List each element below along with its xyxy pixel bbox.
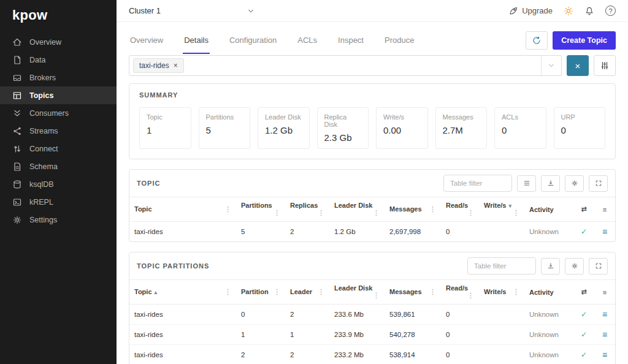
partition-row[interactable]: taxi-rides 2 2 233.2 Mb 538,914 0 Unknow… [129,345,615,364]
col-replicas[interactable]: Replicas⋮ [285,197,329,222]
sidebar-item-overview[interactable]: Overview [0,33,117,51]
rocket-icon [508,6,518,16]
col-activity[interactable]: Activity [524,197,573,222]
tab-configuration[interactable]: Configuration [228,27,278,54]
column-menu-icon[interactable]: ⋮ [224,205,231,213]
filter-dropdown-chevron-icon[interactable] [541,56,561,75]
partitions-table-filter-input[interactable] [467,257,536,275]
sidebar-item-ksqldb[interactable]: ksqlDB [0,175,117,193]
column-menu-icon[interactable]: ⋮ [429,288,436,296]
database-icon [12,180,22,189]
file-icon [12,55,22,65]
sidebar-item-schema[interactable]: Schema [0,157,117,175]
column-list-button[interactable] [517,175,536,192]
column-menu-icon[interactable]: ⋮ [467,209,474,217]
cluster-selector[interactable]: Cluster 1 [129,6,255,15]
tab-inspect[interactable]: Inspect [337,27,365,54]
healthy-check-icon: ✓ [581,351,587,359]
column-menu-icon[interactable]: ⋮ [274,209,280,217]
topic-table-row[interactable]: taxi-rides 5 2 1.2 Gb 2,697,998 0 Unknow… [129,222,615,242]
sidebar-item-krepl[interactable]: kREPL [0,193,117,211]
sidebar-nav: Overview Data Brokers Topics Consumers S… [0,33,117,229]
col-swap[interactable]: ⇄ [573,280,594,305]
sort-caret-down-icon[interactable]: ▾ [508,203,511,209]
partition-row[interactable]: taxi-rides 1 1 233.9 Mb 540,278 0 Unknow… [129,325,615,345]
theme-sun-icon[interactable] [564,6,573,16]
sidebar-item-data[interactable]: Data [0,51,117,69]
sidebar-item-topics[interactable]: Topics [0,86,117,104]
column-menu-icon[interactable]: ⋮ [318,288,324,296]
column-menu-icon[interactable]: ⋮ [224,288,231,296]
menu-icon: ≡ [603,289,607,296]
help-icon[interactable]: ? [605,6,616,16]
sidebar-item-connect[interactable]: Connect [0,140,117,157]
table-settings-gear-button[interactable] [565,175,584,192]
healthy-check-icon: ✓ [581,330,587,339]
col-topic[interactable]: Topic▴⋮ [129,280,236,305]
sidebar-item-label: Data [29,56,45,64]
tabs: Overview Details Configuration ACLs Insp… [129,27,415,54]
col-writes[interactable]: Write/s⋮ [479,280,524,305]
filter-chip-taxi-rides[interactable]: taxi-rides × [133,58,184,73]
sidebar-item-consumers[interactable]: Consumers [0,104,117,122]
fullscreen-button[interactable] [589,175,608,192]
fullscreen-button[interactable] [589,258,608,275]
column-menu-icon[interactable]: ⋮ [467,292,474,300]
summary-stat-replica-disk: Replica Disk 2.3 Gb [317,107,369,149]
col-row-menu[interactable]: ≡ [594,197,615,222]
col-reads[interactable]: Read/s⋮ [441,197,479,222]
refresh-button[interactable] [526,31,548,50]
healthy-check-icon: ✓ [581,310,587,319]
topic-table-filter-input[interactable] [443,175,512,192]
col-reads[interactable]: Read/s⋮ [441,280,479,305]
notifications-bell-icon[interactable] [584,6,594,16]
clear-filter-button[interactable]: × [567,55,589,76]
col-writes[interactable]: Write/s▾⋮ [479,197,524,222]
col-topic[interactable]: Topic⋮ [129,197,236,222]
tab-overview[interactable]: Overview [129,27,164,54]
create-topic-button[interactable]: Create Topic [553,31,616,50]
sidebar-item-settings[interactable]: Settings [0,211,117,229]
column-menu-icon[interactable]: ⋮ [318,209,324,217]
col-leader-disk[interactable]: Leader Disk⋮ [329,280,385,305]
col-activity[interactable]: Activity [524,280,573,305]
tab-acls[interactable]: ACLs [296,27,318,54]
col-row-menu[interactable]: ≡ [594,280,615,305]
col-swap[interactable]: ⇄ [573,197,594,222]
column-menu-icon[interactable]: ⋮ [429,205,436,213]
tab-produce[interactable]: Produce [383,27,415,54]
col-partition[interactable]: Partition⋮ [236,280,285,305]
row-menu-icon[interactable]: ≡ [602,330,607,339]
column-menu-icon[interactable]: ⋮ [513,288,519,296]
tab-details[interactable]: Details [183,27,210,54]
sidebar-item-brokers[interactable]: Brokers [0,69,117,86]
row-menu-icon[interactable]: ≡ [602,350,607,360]
row-menu-icon[interactable]: ≡ [602,309,607,319]
sidebar-item-label: Overview [29,38,61,47]
chip-close-icon[interactable]: × [174,62,178,69]
col-leader[interactable]: Leader⋮ [285,280,329,305]
download-button[interactable] [541,258,560,275]
app-root: kpow Overview Data Brokers Topics Consum… [0,0,628,364]
column-menu-icon[interactable]: ⋮ [513,209,519,217]
column-menu-icon[interactable]: ⋮ [373,209,380,217]
table-settings-gear-button[interactable] [565,258,584,275]
col-leader-disk[interactable]: Leader Disk⋮ [329,197,385,222]
download-button[interactable] [541,175,560,192]
column-menu-icon[interactable]: ⋮ [373,292,380,300]
col-partitions[interactable]: Partitions⋮ [236,197,285,222]
partition-row[interactable]: taxi-rides 0 2 233.6 Mb 539,861 0 Unknow… [129,305,615,325]
document-icon [12,162,22,172]
sort-caret-up-icon[interactable]: ▴ [155,289,158,295]
filter-settings-button[interactable] [594,55,616,76]
upgrade-button[interactable]: Upgrade [508,6,553,16]
col-messages[interactable]: Messages⋮ [385,280,441,305]
topic-search-input[interactable]: taxi-rides × [129,55,562,76]
sidebar-item-label: Connect [29,145,58,153]
column-menu-icon[interactable]: ⋮ [274,288,280,296]
row-menu-icon[interactable]: ≡ [602,227,607,237]
sidebar-item-streams[interactable]: Streams [0,122,117,140]
content: Overview Details Configuration ACLs Insp… [117,22,628,364]
col-messages[interactable]: Messages⋮ [385,197,441,222]
tabs-row: Overview Details Configuration ACLs Insp… [129,27,616,54]
